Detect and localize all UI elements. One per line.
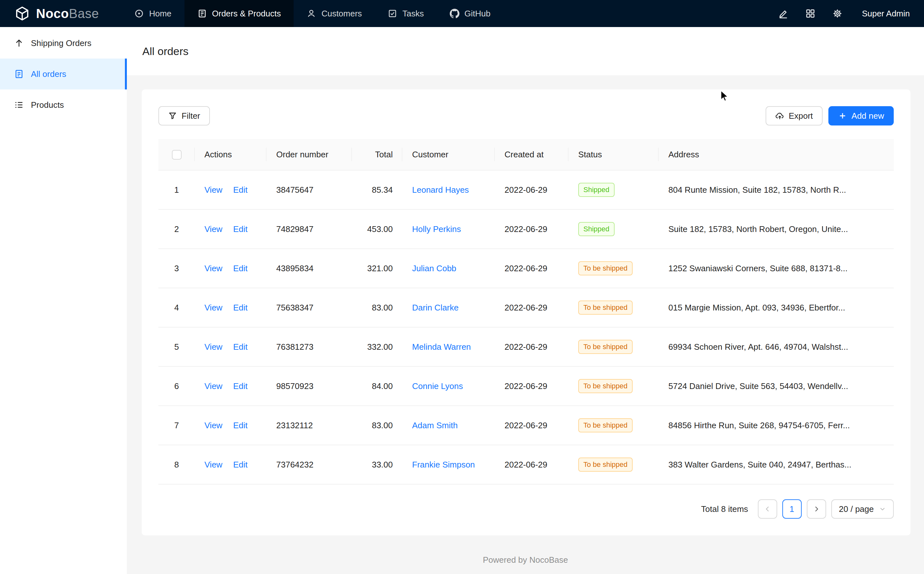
row-index: 1 bbox=[174, 185, 178, 195]
customer-cell: Julian Cobb bbox=[403, 249, 495, 288]
nav-item-orders-products[interactable]: Orders & Products bbox=[185, 0, 294, 27]
view-link[interactable]: View bbox=[204, 224, 223, 234]
column-header-created-at: Created at bbox=[495, 139, 569, 170]
status-tag: To be shipped bbox=[578, 340, 633, 354]
customer-cell: Connie Lyons bbox=[403, 366, 495, 406]
pagination-next-button[interactable] bbox=[807, 499, 826, 519]
row-index: 6 bbox=[174, 381, 178, 391]
total-cell: 84.00 bbox=[352, 366, 403, 406]
edit-link[interactable]: Edit bbox=[233, 185, 248, 195]
plugin-manager-button[interactable] bbox=[803, 3, 817, 24]
home-icon bbox=[134, 9, 144, 18]
page-title: All orders bbox=[142, 45, 189, 58]
view-link[interactable]: View bbox=[204, 421, 223, 430]
orders-table: Actions Order number Total Customer Crea… bbox=[158, 139, 894, 484]
file-lines-icon bbox=[14, 69, 24, 79]
page-size-value: 20 / page bbox=[839, 504, 874, 514]
column-header-customer: Customer bbox=[403, 139, 495, 170]
row-index-cell: 1 bbox=[158, 170, 195, 210]
page-header: All orders bbox=[127, 27, 924, 75]
actions-cell: View Edit bbox=[195, 327, 267, 366]
customers-person-icon bbox=[306, 9, 316, 18]
select-all-header-cell bbox=[158, 139, 195, 170]
customer-link[interactable]: Connie Lyons bbox=[412, 381, 463, 391]
actions-cell: View Edit bbox=[195, 210, 267, 249]
row-index-cell: 8 bbox=[158, 445, 195, 484]
customer-link[interactable]: Holly Perkins bbox=[412, 224, 461, 234]
plus-icon bbox=[838, 111, 847, 120]
view-link[interactable]: View bbox=[204, 342, 223, 352]
table-row: 2 View Edit 74829847 453.00 Holly Perkin… bbox=[158, 210, 894, 249]
total-cell: 453.00 bbox=[352, 210, 403, 249]
nav-item-github[interactable]: GitHub bbox=[437, 0, 504, 27]
actions-cell: View Edit bbox=[195, 406, 267, 445]
footer: Powered by NocoBase bbox=[127, 546, 924, 574]
nav-item-home[interactable]: Home bbox=[122, 0, 184, 27]
customer-link[interactable]: Darin Clarke bbox=[412, 303, 459, 312]
column-header-order-number: Order number bbox=[267, 139, 352, 170]
edit-link[interactable]: Edit bbox=[233, 342, 248, 352]
sidebar-item-products[interactable]: Products bbox=[0, 90, 127, 120]
edit-link[interactable]: Edit bbox=[233, 381, 248, 391]
nav-item-customers[interactable]: Customers bbox=[294, 0, 375, 27]
view-link[interactable]: View bbox=[204, 303, 223, 312]
customer-link[interactable]: Adam Smith bbox=[412, 421, 458, 430]
nav-item-label: Home bbox=[149, 9, 171, 19]
customer-link[interactable]: Frankie Simpson bbox=[412, 460, 475, 470]
created-at-cell: 2022-06-29 bbox=[495, 249, 569, 288]
view-link[interactable]: View bbox=[204, 381, 223, 391]
ui-editor-button[interactable] bbox=[776, 3, 790, 24]
status-tag: To be shipped bbox=[578, 457, 633, 472]
settings-button[interactable] bbox=[830, 3, 845, 24]
customer-link[interactable]: Leonard Hayes bbox=[412, 185, 469, 195]
sidebar-item-shipping-orders[interactable]: Shipping Orders bbox=[0, 28, 127, 58]
chevron-left-icon bbox=[763, 505, 772, 513]
export-button[interactable]: Export bbox=[766, 106, 823, 126]
view-link[interactable]: View bbox=[204, 460, 223, 470]
customer-link[interactable]: Julian Cobb bbox=[412, 263, 456, 273]
view-link[interactable]: View bbox=[204, 263, 223, 273]
status-cell: To be shipped bbox=[569, 366, 659, 406]
actions-cell: View Edit bbox=[195, 445, 267, 484]
edit-link[interactable]: Edit bbox=[233, 224, 248, 234]
table-row: 7 View Edit 23132112 83.00 Adam Smith 20… bbox=[158, 406, 894, 445]
status-cell: To be shipped bbox=[569, 406, 659, 445]
nav-item-label: Orders & Products bbox=[212, 9, 281, 19]
grid-squares-icon bbox=[805, 8, 815, 19]
column-header-total: Total bbox=[352, 139, 403, 170]
total-cell: 321.00 bbox=[352, 249, 403, 288]
row-index-cell: 4 bbox=[158, 288, 195, 327]
order-number-cell: 76381273 bbox=[267, 327, 352, 366]
github-icon bbox=[450, 9, 460, 18]
customer-link[interactable]: Melinda Warren bbox=[412, 342, 471, 352]
table-header-row: Actions Order number Total Customer Crea… bbox=[158, 139, 894, 170]
select-all-checkbox[interactable] bbox=[172, 150, 182, 159]
edit-link[interactable]: Edit bbox=[233, 303, 248, 312]
filter-funnel-icon bbox=[168, 111, 177, 120]
address-cell: 1252 Swaniawski Corners, Suite 688, 8137… bbox=[659, 249, 894, 288]
pagination-page-button[interactable]: 1 bbox=[782, 499, 802, 519]
view-link[interactable]: View bbox=[204, 185, 223, 195]
gear-icon bbox=[832, 8, 843, 19]
edit-link[interactable]: Edit bbox=[233, 263, 248, 273]
page-size-select[interactable]: 20 / page bbox=[831, 499, 894, 519]
pagination-prev-button[interactable] bbox=[758, 499, 777, 519]
created-at-cell: 2022-06-29 bbox=[495, 288, 569, 327]
nav-item-label: Customers bbox=[321, 9, 362, 19]
logo-text: NocoBase bbox=[36, 6, 99, 21]
row-index: 3 bbox=[174, 263, 178, 273]
order-number-cell: 73764232 bbox=[267, 445, 352, 484]
chevron-right-icon bbox=[812, 505, 821, 513]
add-new-button[interactable]: Add new bbox=[828, 106, 894, 126]
sidebar-item-all-orders[interactable]: All orders bbox=[0, 58, 127, 90]
highlighter-icon bbox=[778, 8, 788, 19]
status-tag: To be shipped bbox=[578, 261, 633, 275]
user-menu[interactable]: Super Admin bbox=[862, 9, 910, 19]
actions-cell: View Edit bbox=[195, 170, 267, 210]
edit-link[interactable]: Edit bbox=[233, 421, 248, 430]
filter-button[interactable]: Filter bbox=[158, 106, 210, 126]
edit-link[interactable]: Edit bbox=[233, 460, 248, 470]
pagination-total: Total 8 items bbox=[701, 504, 748, 514]
nocobase-logo[interactable]: NocoBase bbox=[0, 0, 122, 27]
nav-item-tasks[interactable]: Tasks bbox=[375, 0, 437, 27]
